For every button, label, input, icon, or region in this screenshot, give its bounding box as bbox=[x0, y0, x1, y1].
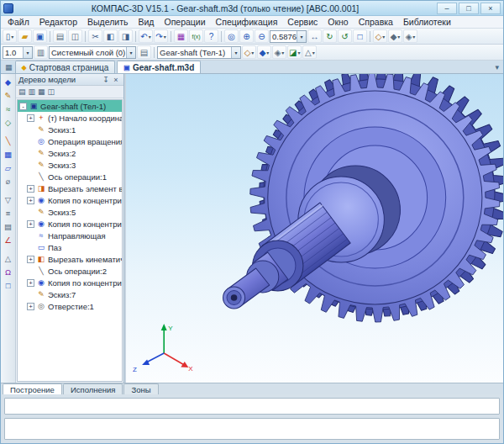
tree-item-sketch-1[interactable]: ✎Эскиз:1 bbox=[18, 124, 122, 135]
tree-composition-icon[interactable]: ▥ bbox=[29, 87, 36, 96]
tree-item-sketch-3[interactable]: ✎Эскиз:3 bbox=[18, 159, 122, 171]
menu-view[interactable]: Вид bbox=[133, 17, 159, 27]
tree-item-concentric-copy-3[interactable]: +◉Копия по концентрич bbox=[18, 277, 122, 288]
tree-item-slot[interactable]: ▭Паз bbox=[18, 241, 122, 253]
panel-conditional-icon[interactable]: △ bbox=[2, 252, 15, 265]
auto-hide-pin-icon[interactable]: ↧ bbox=[101, 76, 111, 84]
panel-design-elements-icon[interactable]: ∠ bbox=[2, 234, 15, 246]
print-icon[interactable]: ▤ bbox=[53, 29, 67, 43]
tree-item-origin[interactable]: ++(т) Начало координат bbox=[18, 112, 122, 124]
zoom-in-icon[interactable]: ⊕ bbox=[239, 29, 254, 43]
chevron-down-icon[interactable]: ▾ bbox=[231, 47, 240, 58]
tree-expander-icon[interactable]: + bbox=[27, 279, 34, 287]
panel-macros-icon[interactable]: Ω bbox=[2, 266, 15, 278]
menu-libraries[interactable]: Библиотеки bbox=[398, 17, 456, 27]
hidden-lines-icon[interactable]: ◈▾ bbox=[403, 29, 417, 43]
chevron-down-icon[interactable]: ▾ bbox=[397, 34, 400, 40]
current-body-combo[interactable]: Gear-shaft (Тел-1)▾ bbox=[157, 46, 241, 59]
chevron-down-icon[interactable]: ▾ bbox=[281, 50, 284, 56]
menu-editor[interactable]: Редактор bbox=[34, 17, 82, 27]
panel-filters-icon[interactable]: ▽ bbox=[2, 193, 15, 206]
cursor-step-combo[interactable]: 1.0▾ bbox=[3, 46, 33, 59]
refresh-view-icon[interactable]: ↺ bbox=[338, 29, 352, 43]
tree-item-concentric-copy-2[interactable]: +◉Копия по концентрич bbox=[18, 218, 122, 230]
context-help-icon[interactable]: ? bbox=[204, 29, 218, 43]
chevron-down-icon[interactable]: ▾ bbox=[412, 34, 415, 40]
chevron-down-icon[interactable]: ▾ bbox=[312, 50, 315, 56]
panel-auxiliary-geometry-icon[interactable]: ╲ bbox=[2, 135, 15, 147]
perspective-icon[interactable]: ◈▾ bbox=[272, 45, 286, 59]
close-icon[interactable]: × bbox=[111, 76, 121, 84]
tree-expander-icon[interactable]: + bbox=[27, 185, 34, 193]
tree-item-concentric-copy-1[interactable]: +◉Копия по концентрич bbox=[18, 194, 122, 206]
tree-item-sketch-7[interactable]: ✎Эскиз:7 bbox=[18, 288, 122, 300]
tab-gear-shaft[interactable]: ▣Gear-shaft.m3d bbox=[117, 61, 201, 73]
zoom-scale-combo[interactable]: 0.5876▾ bbox=[270, 30, 307, 43]
panel-specification-icon[interactable]: ≡ bbox=[2, 207, 15, 219]
library-manager-icon[interactable]: ▦ bbox=[174, 29, 188, 43]
panel-grid-icon[interactable]: ▦ bbox=[3, 63, 15, 71]
viewport-3d[interactable]: Y X Z bbox=[126, 74, 503, 383]
zoom-window-icon[interactable]: ◎ bbox=[224, 29, 239, 43]
menu-select[interactable]: Выделить bbox=[82, 17, 133, 27]
paste-icon[interactable]: ◨ bbox=[118, 29, 133, 43]
panel-measure-icon[interactable]: ⌀ bbox=[2, 175, 15, 188]
tab-construction[interactable]: Построение bbox=[3, 383, 62, 394]
tree-expander-icon[interactable]: + bbox=[27, 220, 34, 228]
current-layer-combo[interactable]: Системный слой (0)▾ bbox=[49, 46, 136, 59]
panel-sheet-metal-icon[interactable]: ▱ bbox=[2, 161, 15, 174]
tree-structure-icon[interactable]: ▤ bbox=[18, 87, 26, 96]
open-icon[interactable]: ▰ bbox=[18, 29, 32, 43]
layers-icon[interactable]: ▥ bbox=[34, 45, 48, 59]
tree-item-gear-shaft-body[interactable]: -▣Gear-shaft (Тел-1) bbox=[18, 100, 122, 112]
tab-versions[interactable]: Исполнения bbox=[63, 383, 123, 394]
panel-apps-icon[interactable]: □ bbox=[2, 279, 15, 292]
tree-item-axis-operation-2[interactable]: ╲Ось операции:2 bbox=[18, 265, 122, 277]
tree-item-sketch-2[interactable]: ✎Эскиз:2 bbox=[18, 147, 122, 159]
tree-expander-icon[interactable]: + bbox=[27, 303, 34, 310]
model-orientation-icon[interactable]: ◇▾ bbox=[242, 45, 256, 59]
chevron-down-icon[interactable]: ▾ bbox=[266, 50, 269, 56]
tab-list-chevron-icon[interactable]: ▾ bbox=[492, 63, 501, 71]
chevron-down-icon[interactable]: ▾ bbox=[382, 34, 385, 40]
redo-icon[interactable]: ↷▾ bbox=[154, 29, 168, 43]
tree-item-hole[interactable]: +◎Отверстие:1 bbox=[18, 300, 122, 312]
chevron-down-icon[interactable]: ▾ bbox=[251, 50, 254, 56]
gear-shaft-model[interactable] bbox=[223, 74, 503, 322]
tree-item-sketch-5[interactable]: ✎Эскиз:5 bbox=[18, 206, 122, 218]
section-view-icon[interactable]: ◪▾ bbox=[287, 45, 302, 59]
tree-item-cut-extrude[interactable]: +◨Вырезать элемент вы bbox=[18, 182, 122, 194]
simplify-icon[interactable]: △▾ bbox=[302, 45, 317, 59]
tree-params-icon[interactable]: ◫ bbox=[48, 87, 55, 96]
viewport-canvas[interactable]: Y X Z bbox=[126, 74, 503, 383]
shading-mode-icon[interactable]: ◆▾ bbox=[257, 45, 271, 59]
minimize-button[interactable]: – bbox=[437, 3, 457, 14]
tree-item-kinematic-cut[interactable]: +◧Вырезать кинематич bbox=[18, 253, 122, 265]
chevron-down-icon[interactable]: ▾ bbox=[11, 34, 13, 40]
menu-specification[interactable]: Спецификация bbox=[211, 17, 283, 27]
maximize-button[interactable]: □ bbox=[459, 3, 479, 14]
print-preview-icon[interactable]: ◫ bbox=[68, 29, 82, 43]
menu-service[interactable]: Сервис bbox=[282, 17, 323, 27]
tree-expander-icon[interactable]: + bbox=[27, 256, 34, 263]
menu-help[interactable]: Справка bbox=[354, 17, 398, 27]
tab-start-page[interactable]: ◆Стартовая страница bbox=[15, 61, 116, 73]
tree-expander-icon[interactable]: - bbox=[19, 103, 27, 110]
panel-reports-icon[interactable]: ▤ bbox=[2, 220, 15, 233]
tree-item-guide[interactable]: ≈Направляющая bbox=[18, 230, 122, 241]
menu-window[interactable]: Окно bbox=[323, 17, 353, 27]
chevron-down-icon[interactable]: ▾ bbox=[297, 31, 306, 42]
tree-item-axis-operation-1[interactable]: ╲Ось операции:1 bbox=[18, 171, 122, 182]
menu-file[interactable]: Файл bbox=[3, 17, 34, 27]
panel-arrays-icon[interactable]: ▦ bbox=[2, 148, 15, 161]
chevron-down-icon[interactable]: ▾ bbox=[23, 47, 32, 58]
tab-zones[interactable]: Зоны bbox=[123, 383, 158, 394]
panel-edit-part-icon[interactable]: ◆ bbox=[2, 76, 15, 88]
undo-icon[interactable]: ↶▾ bbox=[139, 29, 153, 43]
chevron-down-icon[interactable]: ▾ bbox=[149, 34, 151, 40]
variables-icon[interactable]: f(x) bbox=[189, 29, 203, 43]
close-button[interactable]: × bbox=[480, 3, 501, 14]
orientation-icon[interactable]: ◇▾ bbox=[373, 29, 387, 43]
chevron-down-icon[interactable]: ▾ bbox=[126, 47, 135, 58]
menu-operations[interactable]: Операции bbox=[159, 17, 210, 27]
